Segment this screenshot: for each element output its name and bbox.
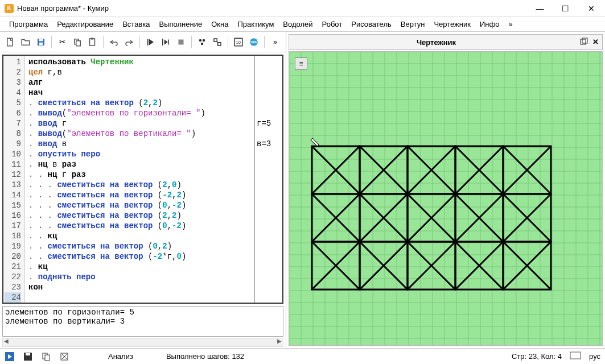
open-button[interactable] — [19, 35, 33, 49]
redo-button[interactable] — [122, 35, 136, 49]
sb-run-icon[interactable] — [5, 351, 15, 362]
toolbar: ✂ 10 » — [0, 32, 286, 52]
menu-Вертун[interactable]: Вертун — [396, 18, 430, 30]
svg-rect-130 — [45, 355, 50, 361]
menu-Водолей[interactable]: Водолей — [278, 18, 317, 30]
maximize-button[interactable]: ☐ — [553, 0, 578, 17]
svg-point-16 — [201, 42, 204, 45]
step-button[interactable] — [159, 35, 173, 49]
svg-rect-18 — [218, 42, 221, 45]
canvas-close-button[interactable]: ✕ — [592, 38, 599, 47]
menubar: ПрограммаРедактированиеВставкаВыполнение… — [0, 17, 605, 32]
menu-Выполнение[interactable]: Выполнение — [154, 18, 207, 30]
svg-line-19 — [217, 42, 218, 43]
vars-button[interactable] — [211, 35, 225, 49]
menu-Программа[interactable]: Программа — [5, 18, 52, 30]
canvas-restore-button[interactable] — [580, 38, 588, 47]
gutter: 123456789101112131415161718192021222324 — [3, 56, 25, 303]
svg-rect-128 — [26, 353, 30, 355]
status-lang[interactable]: рус — [589, 352, 600, 361]
linenum-button[interactable]: 10 — [232, 35, 246, 49]
menu-Рисователь[interactable]: Рисователь — [347, 18, 396, 30]
svg-rect-23 — [581, 39, 586, 44]
titlebar: K Новая программа* - Кумир — ☐ ✕ — [0, 0, 605, 17]
minimize-button[interactable]: — — [527, 0, 553, 17]
code-editor[interactable]: 123456789101112131415161718192021222324 … — [2, 55, 283, 304]
canvas-menu-button[interactable]: ≡ — [295, 57, 307, 70]
menu-Окна[interactable]: Окна — [207, 18, 233, 30]
svg-rect-13 — [178, 39, 183, 44]
close-button[interactable]: ✕ — [578, 0, 604, 17]
globe-button[interactable] — [247, 35, 261, 49]
svg-rect-8 — [147, 39, 148, 46]
new-button[interactable] — [3, 35, 18, 49]
status-analysis: Анализ — [108, 352, 133, 361]
menu-Чертежник[interactable]: Чертежник — [429, 18, 475, 30]
h-scrollbar[interactable] — [2, 338, 283, 347]
canvas-title: Чертежник — [417, 38, 456, 47]
menu-Инфо[interactable]: Инфо — [475, 18, 504, 30]
svg-rect-24 — [582, 38, 587, 43]
grid — [289, 52, 602, 346]
svg-rect-0 — [7, 38, 13, 46]
svg-point-15 — [203, 39, 205, 42]
svg-rect-5 — [76, 40, 81, 46]
svg-rect-17 — [214, 39, 217, 42]
menu-Вставка[interactable]: Вставка — [118, 18, 154, 30]
run-button[interactable] — [143, 35, 158, 49]
margin: г=5 в=3 — [254, 56, 282, 303]
svg-rect-10 — [162, 39, 163, 46]
menu-Робот[interactable]: Робот — [318, 18, 347, 30]
status-pos: Стр: 23, Кол: 4 — [512, 352, 562, 361]
undo-button[interactable] — [107, 35, 121, 49]
paste-button[interactable] — [85, 35, 100, 49]
sb-keyboard-icon[interactable] — [570, 351, 581, 361]
svg-rect-7 — [91, 38, 94, 39]
canvas-header: Чертежник ✕ — [289, 34, 603, 50]
svg-rect-134 — [570, 352, 581, 359]
sb-copy-icon[interactable] — [41, 351, 51, 362]
svg-rect-3 — [39, 42, 43, 45]
sb-clear-icon[interactable] — [59, 351, 69, 362]
window-title: Новая программа* - Кумир — [17, 4, 109, 13]
svg-rect-6 — [90, 39, 95, 46]
status-steps: Выполнено шагов: 132 — [166, 352, 244, 361]
svg-rect-12 — [168, 39, 169, 44]
code-area[interactable]: использовать Чертежникцел г,валгнач. сме… — [25, 56, 254, 303]
svg-marker-11 — [164, 39, 168, 44]
svg-rect-2 — [39, 39, 43, 41]
cut-button[interactable]: ✂ — [55, 35, 69, 49]
menu-Практикум[interactable]: Практикум — [233, 18, 278, 30]
toolbar-overflow[interactable]: » — [268, 35, 282, 49]
canvas[interactable]: ≡ — [289, 51, 603, 346]
app-icon: K — [5, 4, 14, 13]
menu-»[interactable]: » — [504, 18, 517, 30]
statusbar: Анализ Выполнено шагов: 132 Стр: 23, Кол… — [0, 348, 605, 364]
svg-marker-9 — [149, 39, 154, 46]
console[interactable]: элементов по горизонтали= 5элементов по … — [2, 306, 283, 337]
stop-button[interactable] — [174, 35, 188, 49]
svg-point-14 — [199, 39, 202, 42]
svg-rect-123 — [311, 138, 319, 146]
menu-Редактирование[interactable]: Редактирование — [52, 18, 118, 30]
copy-button[interactable] — [71, 35, 85, 49]
save-button[interactable] — [34, 35, 48, 49]
sb-save-icon[interactable] — [23, 351, 33, 362]
svg-text:10: 10 — [236, 40, 241, 45]
actors-button[interactable] — [195, 35, 209, 49]
